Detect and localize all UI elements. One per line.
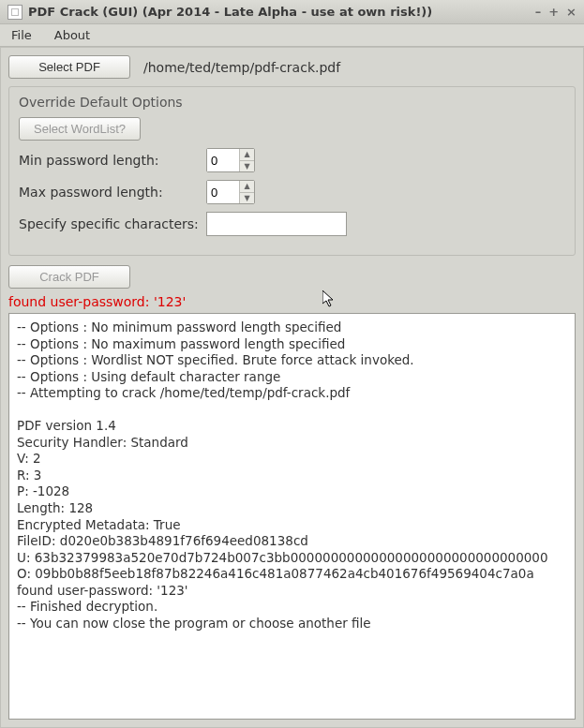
crack-pdf-button[interactable]: Crack PDF [8, 265, 130, 289]
options-group: Override Default Options Select WordList… [8, 86, 576, 256]
max-length-label: Max password length: [19, 185, 206, 200]
titlebar: PDF Crack (GUI) (Apr 2014 - Late Alpha -… [0, 0, 584, 24]
file-row: Select PDF /home/ted/temp/pdf-crack.pdf [8, 55, 576, 79]
min-up-arrow-icon[interactable]: ▲ [240, 149, 254, 161]
min-length-input[interactable] [207, 149, 239, 171]
file-path-label: /home/ted/temp/pdf-crack.pdf [143, 60, 340, 75]
close-button[interactable]: × [566, 5, 577, 19]
status-line: found user-password: '123' [8, 294, 576, 309]
app-icon [7, 5, 22, 20]
menu-about[interactable]: About [49, 26, 96, 44]
min-length-label: Min password length: [19, 153, 206, 168]
window-title: PDF Crack (GUI) (Apr 2014 - Late Alpha -… [28, 5, 535, 19]
maximize-button[interactable]: + [548, 5, 559, 19]
max-length-row: Max password length: ▲ ▼ [19, 180, 565, 204]
max-up-arrow-icon[interactable]: ▲ [240, 181, 254, 193]
min-length-spinbox[interactable]: ▲ ▼ [206, 148, 255, 172]
crack-row: Crack PDF [8, 265, 576, 289]
window-controls: – + × [535, 5, 577, 19]
menu-file[interactable]: File [6, 26, 37, 44]
min-length-row: Min password length: ▲ ▼ [19, 148, 565, 172]
min-length-arrows: ▲ ▼ [239, 149, 254, 171]
chars-label: Specify specific characters: [19, 216, 206, 231]
select-wordlist-button[interactable]: Select WordList? [19, 117, 141, 141]
max-length-input[interactable] [207, 181, 239, 203]
content-area: Select PDF /home/ted/temp/pdf-crack.pdf … [0, 47, 584, 728]
select-pdf-button[interactable]: Select PDF [8, 55, 130, 79]
app-window: PDF Crack (GUI) (Apr 2014 - Late Alpha -… [0, 0, 584, 728]
output-log[interactable]: -- Options : No minimum password length … [8, 313, 576, 720]
min-down-arrow-icon[interactable]: ▼ [240, 161, 254, 172]
max-length-arrows: ▲ ▼ [239, 181, 254, 203]
chars-input[interactable] [206, 212, 347, 236]
max-length-spinbox[interactable]: ▲ ▼ [206, 180, 255, 204]
wordlist-row: Select WordList? [19, 117, 565, 141]
max-down-arrow-icon[interactable]: ▼ [240, 193, 254, 204]
options-group-title: Override Default Options [19, 95, 565, 110]
minimize-button[interactable]: – [535, 5, 542, 19]
menubar: File About [0, 24, 584, 47]
chars-row: Specify specific characters: [19, 212, 565, 236]
